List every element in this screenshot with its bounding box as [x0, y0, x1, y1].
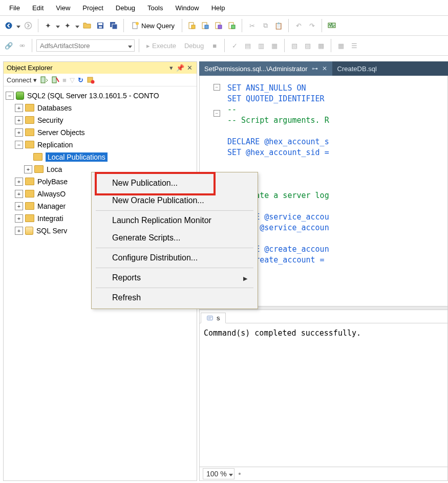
svg-point-8 [136, 22, 139, 25]
db-query-button-1[interactable] [186, 20, 198, 31]
plan-icon: ▤ [245, 42, 251, 50]
sqlcmd-icon: ▩ [318, 42, 324, 50]
close-panel-button[interactable]: ✕ [185, 64, 194, 72]
context-refresh[interactable]: Refresh [93, 289, 257, 306]
tree-replication[interactable]: − Replication [6, 139, 195, 151]
tree-local-publications[interactable]: Local Publications [6, 151, 195, 163]
tree-server-objects[interactable]: + Server Objects [6, 126, 195, 139]
tab-createdb[interactable]: CreateDB.sql [332, 61, 382, 76]
menu-file[interactable]: File [3, 2, 26, 14]
new-item-split-icon[interactable] [75, 22, 79, 30]
collapse-icon[interactable]: − [15, 141, 23, 149]
object-explorer-title: Object Explorer [7, 64, 53, 72]
tab-setpermissions[interactable]: SetPermissions.sql...\Administrator ⊶ ✕ [199, 61, 332, 76]
new-query-button[interactable]: New Query [128, 20, 178, 31]
folder-icon [33, 152, 46, 162]
svg-rect-14 [218, 25, 222, 29]
fold-icon[interactable]: − [214, 110, 220, 117]
close-icon[interactable]: ✕ [322, 65, 327, 72]
autohide-button[interactable]: 📌 [176, 64, 184, 72]
db-doc-icon-2 [201, 21, 209, 30]
fold-icon[interactable]: − [214, 84, 220, 91]
sparkle-icon: ✦ [45, 21, 51, 30]
registered-servers-button[interactable] [87, 76, 95, 84]
window-position-button[interactable]: ▾ [167, 64, 175, 72]
expand-icon[interactable]: + [15, 214, 23, 223]
menu-tools[interactable]: Tools [141, 2, 169, 14]
menu-window[interactable]: Window [169, 2, 205, 14]
save-button[interactable] [95, 20, 106, 31]
db-query-button-2[interactable] [200, 20, 211, 31]
expand-icon[interactable]: + [15, 128, 23, 137]
messages-body[interactable]: Command(s) completed successfully. [200, 323, 447, 467]
disconnect-server-button[interactable] [51, 76, 59, 84]
expand-icon[interactable]: + [24, 165, 32, 173]
stop-button-oe: ■ [62, 76, 67, 84]
db-query-button-4[interactable] [226, 20, 238, 31]
tree-databases[interactable]: + Databases [6, 102, 195, 114]
collapse-icon[interactable]: − [6, 92, 14, 100]
context-new-oracle-publication[interactable]: New Oracle Publication... [93, 192, 257, 209]
intellisense-icon: ▦ [271, 42, 278, 50]
menu-debug[interactable]: Debug [110, 2, 141, 14]
new-item-button[interactable]: ✦ [62, 20, 73, 31]
context-label: Refresh [112, 293, 141, 302]
tree-security[interactable]: + Security [6, 114, 195, 126]
tree-server-node[interactable]: − SQL2 (SQL Server 13.0.1601.5 - CONTO [6, 90, 195, 102]
pin-icon[interactable]: ⊶ [312, 65, 318, 72]
context-generate-scripts[interactable]: Generate Scripts... [93, 229, 257, 247]
messages-tab[interactable]: s [201, 313, 226, 323]
tab-label: CreateDB.sql [337, 65, 377, 73]
database-combo-value: AdfsArtifactStore [40, 42, 90, 50]
chevron-down-icon [128, 42, 132, 50]
connect-dropdown[interactable]: Connect ▾ [7, 76, 37, 84]
new-project-split-icon[interactable] [56, 22, 60, 30]
connect-server-button[interactable] [40, 76, 48, 84]
tree-label: Loca [47, 165, 62, 173]
svg-rect-6 [112, 24, 117, 29]
nav-forward-button [23, 20, 34, 31]
expand-icon[interactable]: + [15, 116, 23, 124]
context-label: Generate Scripts... [112, 233, 180, 243]
expand-icon[interactable]: + [15, 104, 23, 112]
chevron-down-icon [229, 470, 233, 478]
context-label: New Publication... [112, 179, 178, 188]
context-launch-replication-monitor[interactable]: Launch Replication Monitor [93, 212, 257, 229]
menu-project[interactable]: Project [76, 2, 109, 14]
expand-icon[interactable]: + [15, 202, 23, 210]
refresh-button-oe[interactable]: ↻ [78, 76, 83, 84]
menu-help[interactable]: Help [205, 2, 231, 14]
db-query-button-3[interactable] [213, 20, 224, 31]
link-icon: 🔗 [5, 42, 13, 50]
context-configure-distribution[interactable]: Configure Distribution... [93, 249, 257, 267]
activity-monitor-icon [328, 21, 336, 30]
save-all-button[interactable] [108, 20, 119, 31]
menu-view[interactable]: View [50, 2, 76, 14]
new-project-button[interactable]: ✦ [42, 20, 54, 31]
nav-back-button[interactable] [3, 20, 14, 31]
context-label: Configure Distribution... [112, 253, 198, 262]
paste-button: 📋 [273, 20, 284, 31]
context-new-publication[interactable]: New Publication... [93, 174, 257, 192]
database-combo[interactable]: AdfsArtifactStore [36, 39, 135, 52]
menu-edit[interactable]: Edit [26, 2, 50, 14]
expand-icon[interactable]: + [15, 227, 23, 235]
folder-icon [25, 177, 37, 186]
svg-rect-12 [205, 25, 208, 29]
nav-back-split-icon[interactable] [16, 22, 20, 30]
expand-icon[interactable]: + [15, 190, 23, 198]
db-doc-icon [188, 21, 196, 30]
context-reports[interactable]: Reports [93, 269, 257, 287]
include-plan-icon: ▧ [291, 42, 297, 50]
activity-monitor-button[interactable] [326, 20, 337, 31]
save-all-icon [110, 21, 118, 30]
expand-icon[interactable]: + [15, 178, 23, 186]
open-button[interactable] [81, 20, 93, 31]
sql-agent-icon [25, 226, 36, 236]
grid-icon: ▦ [338, 42, 344, 50]
tree-label: AlwaysO [37, 190, 66, 198]
sqlcmd-button: ▩ [315, 40, 327, 51]
folder-icon [25, 128, 37, 137]
zoom-combo[interactable]: 100 % [203, 468, 234, 479]
folder-icon [25, 214, 37, 223]
